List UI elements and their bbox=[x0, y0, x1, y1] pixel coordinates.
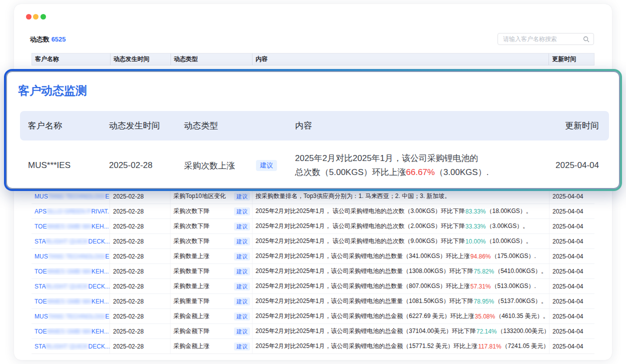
event-date-cell: 2025-02-28 bbox=[110, 204, 170, 218]
customer-name-cell: TOENNIES GMB WAKEH... bbox=[32, 264, 110, 278]
event-type-label: 采购重量下降 bbox=[174, 297, 210, 306]
customer-name-link[interactable]: TOENNIES GMB WAKEH... bbox=[34, 223, 109, 230]
customer-search-box[interactable] bbox=[498, 33, 594, 45]
name-blurred-middle: RLIGHT QUICK bbox=[46, 283, 88, 290]
content-text-post: （18.00KGS）。 bbox=[486, 207, 532, 216]
event-type-cell: 采购数量上涨建议 bbox=[170, 279, 252, 294]
customer-name-cell: STARLIGHT QUICKDECK... bbox=[32, 279, 110, 294]
name-visible-suffix: ES P... bbox=[106, 253, 110, 260]
name-visible-prefix: TOE bbox=[34, 298, 46, 305]
customer-name-link[interactable]: MUSTANG TECHNOLOGIES P... bbox=[34, 253, 110, 260]
monitor-header-event-type: 动态类型 bbox=[178, 120, 290, 132]
table-row[interactable]: TOENNIES GMB WAKEH...2025-02-28采购重量下降建议2… bbox=[32, 294, 594, 308]
customer-name-link[interactable]: TOENNIES GMB WAKEH... bbox=[34, 298, 109, 305]
minimize-window-icon[interactable] bbox=[33, 14, 38, 20]
percent-value: 33.33% bbox=[465, 223, 486, 230]
event-date-cell: 2025-02-28 bbox=[110, 234, 170, 248]
event-type-cell: 采购次数下降建议 bbox=[170, 219, 252, 234]
content-text-pre: 2025年2月对比2025年1月，该公司采购锂电池的总数量（341.00KGS）… bbox=[256, 252, 470, 260]
event-type-label: 采购金额上涨 bbox=[174, 342, 210, 350]
monitor-header-row: 客户名称 动态发生时间 动态类型 内容 更新时间 bbox=[20, 111, 609, 140]
table-row[interactable]: STARLIGHT QUICKDECK...2025-02-28采购数量上涨建议… bbox=[32, 278, 594, 294]
name-visible-prefix: APS bbox=[34, 208, 46, 215]
event-date-cell: 2025-02-28 bbox=[110, 219, 170, 234]
name-blurred-middle: RLIGHT QUICK bbox=[46, 343, 88, 350]
content-cell: 2025年2月对比2025年1月， 该公司采购锂电池的总次数（3.00KGS）环… bbox=[252, 204, 550, 218]
updated-date-cell: 2025-04-04 bbox=[550, 249, 594, 264]
name-blurred-middle: OLLO GREEN P bbox=[46, 208, 91, 215]
customer-name-cell: TOENNIES GMB WAKEH... bbox=[32, 294, 110, 308]
suggestion-badge: 建议 bbox=[234, 208, 250, 216]
monitor-header-customer-name: 客户名称 bbox=[20, 120, 105, 132]
monitor-percent-value: 66.67% bbox=[406, 168, 435, 177]
event-date-cell: 2025-02-28 bbox=[110, 189, 170, 204]
event-type-label: 采购金额下降 bbox=[174, 327, 210, 336]
content-text-post: （513.00KGS）. bbox=[492, 282, 536, 290]
content-text-post: （175.00KGS）. bbox=[492, 252, 536, 260]
monitor-content-line1: 2025年2月对比2025年1月，该公司采购锂电池的 bbox=[295, 154, 478, 163]
customer-name-link[interactable]: MUSTANG TECHNOLOGIES P... bbox=[34, 193, 110, 200]
table-row[interactable]: MUSTANG TECHNOLOGIES P...2025-02-28采购数量上… bbox=[32, 248, 594, 264]
event-type-label: 采购Top10地区变化 bbox=[174, 192, 226, 200]
monitor-header-content: 内容 bbox=[290, 120, 545, 132]
search-icon bbox=[583, 36, 590, 42]
customer-name-cell: MUSTANG TECHNOLOGIES P... bbox=[32, 189, 110, 204]
name-blurred-middle: NNIES GMB WA bbox=[46, 268, 92, 275]
table-row[interactable]: STARLIGHT QUICKDECK...2025-02-28采购次数下降建议… bbox=[32, 234, 594, 248]
customer-name-cell: STARLIGHT QUICKDECK... bbox=[32, 234, 110, 248]
table-row[interactable]: STARLIGHT QUICKDECK...2025-02-28采购金额上涨建议… bbox=[32, 338, 594, 354]
customer-name-link[interactable]: MUSTANG TECHNOLOGIES P... bbox=[34, 313, 110, 320]
event-type-label: 采购数量上涨 bbox=[174, 252, 210, 260]
content-cell: 2025年2月对比2025年1月， 该公司采购锂电池的总次数（9.00KGS）环… bbox=[252, 234, 550, 248]
table-row[interactable]: APSOLLO GREEN PRIVAT...2025-02-28采购次数下降建… bbox=[32, 204, 594, 218]
content-text-post: （5137.00KGS）。 bbox=[494, 297, 547, 306]
table-row[interactable]: TOENNIES GMB WAKEH...2025-02-28采购次数下降建议2… bbox=[32, 218, 594, 234]
header-event-type: 动态类型 bbox=[171, 54, 253, 65]
updated-date-cell: 2025-04-04 bbox=[550, 279, 594, 294]
event-type-label: 采购次数下降 bbox=[174, 207, 210, 216]
name-visible-suffix: KEH... bbox=[92, 328, 109, 335]
customer-name-cell: TOENNIES GMB WAKEH... bbox=[32, 324, 110, 338]
updated-date-cell: 2025-04-04 bbox=[550, 234, 594, 248]
customer-name-cell: STARLIGHT QUICKDECK... bbox=[32, 339, 110, 354]
customer-name-link[interactable]: STARLIGHT QUICKDECK... bbox=[34, 283, 110, 290]
maximize-window-icon[interactable] bbox=[40, 14, 46, 20]
name-visible-suffix: KEH... bbox=[92, 298, 109, 305]
content-cell: 2025年2月对比2025年1月，该公司采购锂电池的总数量（1308.00KGS… bbox=[252, 264, 550, 278]
monitor-card-title: 客户动态监测 bbox=[18, 83, 87, 98]
table-row[interactable]: MUSTANG TECHNOLOGIES P...2025-02-28采购金额上… bbox=[32, 308, 594, 324]
event-type-label: 采购数量上涨 bbox=[174, 282, 210, 290]
name-blurred-middle: NNIES GMB WA bbox=[46, 328, 92, 335]
monitor-featured-row: MUS***IES 2025-02-28 采购次数上涨 建议 2025年2月对比… bbox=[20, 140, 609, 189]
updated-date-cell: 2025-04-04 bbox=[550, 204, 594, 218]
event-type-label: 采购金额上涨 bbox=[174, 312, 210, 320]
table-row[interactable]: TOENNIES GMB WAKEH...2025-02-28采购数量下降建议2… bbox=[32, 264, 594, 278]
customer-name-link[interactable]: STARLIGHT QUICKDECK... bbox=[34, 343, 110, 350]
customer-name-link[interactable]: STARLIGHT QUICKDECK... bbox=[34, 238, 110, 245]
event-type-cell: 采购金额上涨建议 bbox=[170, 309, 252, 324]
customer-name-link[interactable]: TOENNIES GMB WAKEH... bbox=[34, 328, 109, 335]
monitor-event-type: 采购次数上涨 bbox=[184, 160, 235, 172]
suggestion-badge: 建议 bbox=[234, 222, 250, 230]
customer-name-link[interactable]: APSOLLO GREEN PRIVAT... bbox=[34, 208, 110, 215]
table-row[interactable]: TOENNIES GMB WAKEH...2025-02-28采购金额下降建议2… bbox=[32, 324, 594, 338]
updated-date-cell: 2025-04-04 bbox=[550, 339, 594, 354]
suggestion-badge: 建议 bbox=[234, 342, 250, 350]
name-visible-prefix: TOE bbox=[34, 328, 46, 335]
percent-value: 10.00% bbox=[465, 238, 486, 245]
event-type-label: 采购次数下降 bbox=[174, 237, 210, 246]
name-visible-prefix: TOE bbox=[34, 223, 46, 230]
event-date-cell: 2025-02-28 bbox=[110, 309, 170, 324]
close-window-icon[interactable] bbox=[26, 14, 32, 20]
name-blurred-middle: TANG TECHNOLOGI bbox=[48, 253, 106, 260]
customer-name-link[interactable]: TOENNIES GMB WAKEH... bbox=[34, 268, 109, 275]
event-date-cell: 2025-02-28 bbox=[110, 294, 170, 308]
name-visible-suffix: DECK... bbox=[88, 238, 110, 245]
search-input[interactable] bbox=[502, 35, 583, 43]
event-type-cell: 采购Top10地区变化建议 bbox=[170, 189, 252, 204]
content-text-pre: 2025年2月对比2025年1月，该公司采购锂电池的总数量（807.00KGS）… bbox=[256, 282, 470, 290]
header-content: 内容 bbox=[252, 54, 549, 65]
content-text-post: （10.00KGS）。 bbox=[486, 237, 532, 246]
monitor-event-type-cell: 采购次数上涨 建议 bbox=[178, 160, 290, 172]
name-visible-suffix: ES P... bbox=[106, 193, 110, 200]
